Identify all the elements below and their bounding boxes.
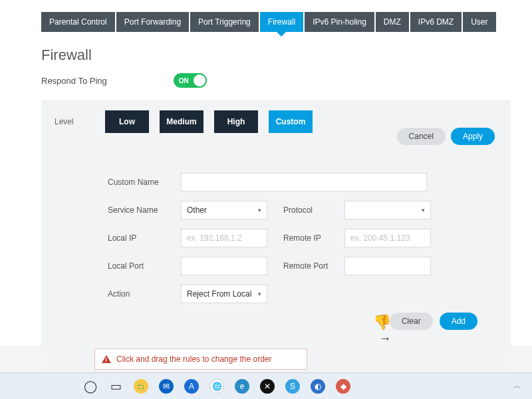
thumbs-down-icon: 👎 — [373, 314, 391, 331]
service-name-value: Other — [187, 205, 207, 215]
action-label: Action — [108, 289, 181, 299]
apply-button[interactable]: Apply — [451, 128, 495, 145]
tab-port-forwarding[interactable]: Port Forwarding — [116, 12, 189, 32]
mail-icon[interactable]: ✉ — [156, 376, 177, 397]
protocol-label: Protocol — [283, 205, 344, 215]
local-ip-input[interactable] — [181, 229, 267, 247]
page-title: Firewall — [41, 47, 511, 64]
remote-ip-input[interactable] — [344, 229, 431, 247]
level-custom-button[interactable]: Custom — [269, 110, 313, 133]
action-select[interactable]: Reject From Local ▾ — [181, 285, 267, 303]
windows-taskbar: ◯ ▭ 🗀 ✉ A 🌐 e ✕ S ◐ ◆ ︿ — [0, 372, 532, 399]
tray-chevron-icon[interactable]: ︿ — [513, 380, 521, 392]
reorder-hint-text: Click and drag the rules to change the o… — [116, 354, 271, 364]
custom-rule-form: Custom Name Service Name Other ▾ Protoco… — [108, 173, 497, 330]
firewall-level-panel: Level Low Medium High Custom Cancel Appl… — [41, 100, 511, 390]
edge-icon[interactable]: e — [231, 376, 253, 397]
add-button[interactable]: Add — [440, 313, 477, 330]
protocol-select[interactable]: ▾ — [344, 201, 431, 219]
tab-ipv6-dmz[interactable]: IPv6 DMZ — [410, 12, 462, 32]
nav-tabs: Parental Control Port Forwarding Port Tr… — [41, 12, 511, 32]
clear-button[interactable]: Clear — [390, 313, 433, 330]
local-port-input[interactable] — [181, 257, 267, 275]
app-icon-c[interactable]: ◆ — [332, 376, 354, 397]
chevron-down-icon: ▾ — [422, 207, 425, 213]
remote-port-input[interactable] — [344, 257, 431, 275]
tab-ipv6-pinholing[interactable]: IPv6 Pin-holing — [305, 12, 374, 32]
action-value: Reject From Local — [187, 289, 251, 299]
warning-icon — [102, 355, 111, 363]
level-label: Level — [55, 117, 94, 126]
respond-ping-label: Respond To Ping — [41, 76, 107, 86]
skype-icon[interactable]: S — [282, 376, 303, 397]
custom-name-input[interactable] — [181, 173, 427, 192]
tab-firewall[interactable]: Firewall — [260, 12, 303, 32]
remote-port-label: Remote Port — [283, 261, 344, 271]
service-name-select[interactable]: Other ▾ — [181, 201, 267, 219]
local-port-label: Local Port — [108, 261, 181, 271]
remote-ip-label: Remote IP — [283, 233, 344, 243]
tab-parental-control[interactable]: Parental Control — [41, 12, 115, 32]
app-icon-a[interactable]: A — [181, 376, 202, 397]
task-view-icon[interactable]: ▭ — [105, 376, 126, 397]
tab-port-triggering[interactable]: Port Triggering — [190, 12, 259, 32]
chevron-down-icon: ▾ — [258, 291, 261, 297]
level-high-button[interactable]: High — [214, 110, 258, 133]
chevron-down-icon: ▾ — [258, 207, 261, 213]
xbox-icon[interactable]: ✕ — [257, 376, 278, 397]
local-ip-label: Local IP — [108, 233, 181, 243]
tab-dmz[interactable]: DMZ — [376, 12, 409, 32]
file-explorer-icon[interactable]: 🗀 — [130, 376, 152, 397]
reorder-hint-bar: Click and drag the rules to change the o… — [94, 348, 307, 370]
arrow-right-icon: → — [379, 332, 391, 346]
custom-name-label: Custom Name — [108, 178, 181, 187]
level-medium-button[interactable]: Medium — [160, 110, 203, 133]
cancel-button[interactable]: Cancel — [397, 128, 446, 145]
service-name-label: Service Name — [108, 205, 181, 215]
app-icon-b[interactable]: ◐ — [307, 376, 329, 397]
level-low-button[interactable]: Low — [105, 110, 149, 133]
cortana-icon[interactable]: ◯ — [80, 376, 101, 397]
respond-ping-toggle[interactable]: ON — [174, 73, 207, 88]
tab-user[interactable]: User — [463, 12, 495, 32]
chrome-icon[interactable]: 🌐 — [206, 376, 227, 397]
